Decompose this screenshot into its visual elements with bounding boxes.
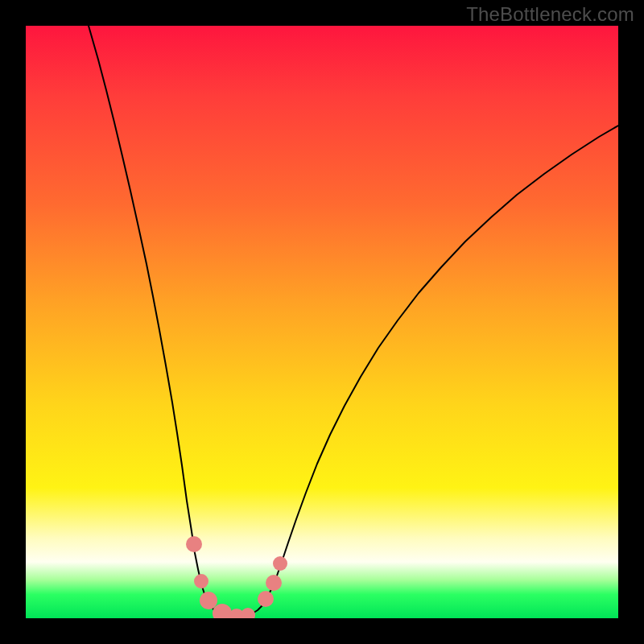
bottleneck-curve xyxy=(89,26,618,617)
marker-bead xyxy=(266,575,282,591)
marker-bead xyxy=(241,608,255,618)
chart-frame: TheBottleneck.com xyxy=(0,0,644,644)
marker-bead xyxy=(200,592,217,609)
markers-group xyxy=(186,536,287,618)
marker-bead xyxy=(186,536,202,552)
curve-svg xyxy=(26,26,618,618)
watermark-text: TheBottleneck.com xyxy=(466,3,634,26)
marker-bead xyxy=(258,591,274,607)
marker-bead xyxy=(194,574,208,588)
marker-bead xyxy=(273,556,287,571)
plot-area xyxy=(26,26,618,618)
